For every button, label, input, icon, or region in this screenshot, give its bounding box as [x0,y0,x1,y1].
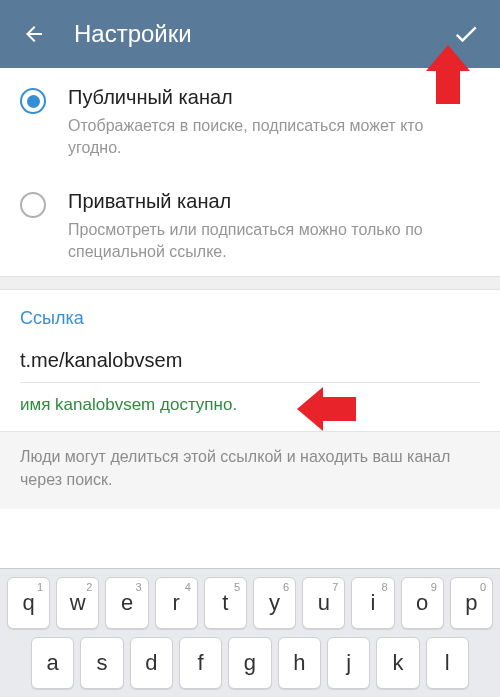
link-section: Ссылка имя kanalobvsem доступно. [0,290,500,415]
key-letter: f [198,650,204,676]
key-e[interactable]: 3e [105,577,148,629]
key-letter: t [222,590,228,616]
key-letter: p [465,590,477,616]
private-channel-desc: Просмотреть или подписаться можно только… [68,219,480,262]
key-letter: h [293,650,305,676]
key-letter: a [47,650,59,676]
key-number: 0 [480,581,486,593]
key-number: 1 [37,581,43,593]
key-letter: l [445,650,450,676]
key-letter: w [70,590,86,616]
key-number: 2 [86,581,92,593]
public-channel-title: Публичный канал [68,86,480,109]
key-number: 6 [283,581,289,593]
key-a[interactable]: a [31,637,74,689]
radio-text-wrapper: Приватный канал Просмотреть или подписат… [68,190,480,262]
key-number: 7 [332,581,338,593]
link-label: Ссылка [20,308,480,329]
key-letter: j [346,650,351,676]
virtual-keyboard: 1q2w3e4r5t6y7u8i9o0p asdfghjkl [0,568,500,697]
key-letter: d [145,650,157,676]
key-r[interactable]: 4r [155,577,198,629]
key-l[interactable]: l [426,637,469,689]
key-letter: u [318,590,330,616]
key-y[interactable]: 6y [253,577,296,629]
annotation-arrow-up [426,45,470,71]
radio-private-channel[interactable]: Приватный канал Просмотреть или подписат… [0,172,500,276]
key-d[interactable]: d [130,637,173,689]
link-availability-status: имя kanalobvsem доступно. [20,395,480,415]
radio-text-wrapper: Публичный канал Отображается в поиске, п… [68,86,480,158]
key-f[interactable]: f [179,637,222,689]
key-letter: g [244,650,256,676]
section-divider [0,276,500,290]
hint-text: Люди могут делиться этой ссылкой и наход… [0,432,500,509]
key-number: 4 [185,581,191,593]
public-channel-desc: Отображается в поиске, подписаться может… [68,115,480,158]
key-j[interactable]: j [327,637,370,689]
key-letter: o [416,590,428,616]
key-letter: q [22,590,34,616]
back-arrow-icon [22,22,46,46]
annotation-arrow-left [297,387,323,431]
key-k[interactable]: k [376,637,419,689]
channel-link-input[interactable] [20,349,480,383]
key-letter: e [121,590,133,616]
radio-public-channel[interactable]: Публичный канал Отображается в поиске, п… [0,68,500,172]
key-letter: k [392,650,403,676]
key-number: 3 [135,581,141,593]
key-i[interactable]: 8i [351,577,394,629]
radio-selected-icon [20,88,46,114]
keyboard-row-2: asdfghjkl [0,633,500,697]
key-g[interactable]: g [228,637,271,689]
key-s[interactable]: s [80,637,123,689]
key-p[interactable]: 0p [450,577,493,629]
key-o[interactable]: 9o [401,577,444,629]
key-letter: s [96,650,107,676]
key-number: 8 [382,581,388,593]
key-number: 9 [431,581,437,593]
app-header: Настройки [0,0,500,68]
check-icon [452,20,480,48]
back-button[interactable] [12,12,56,56]
key-letter: i [371,590,376,616]
key-w[interactable]: 2w [56,577,99,629]
key-letter: r [173,590,180,616]
key-number: 5 [234,581,240,593]
radio-unselected-icon [20,192,46,218]
private-channel-title: Приватный канал [68,190,480,213]
key-t[interactable]: 5t [204,577,247,629]
key-h[interactable]: h [278,637,321,689]
page-title: Настройки [74,20,444,48]
key-letter: y [269,590,280,616]
keyboard-row-1: 1q2w3e4r5t6y7u8i9o0p [0,569,500,633]
key-u[interactable]: 7u [302,577,345,629]
key-q[interactable]: 1q [7,577,50,629]
content-area: Публичный канал Отображается в поиске, п… [0,68,500,509]
